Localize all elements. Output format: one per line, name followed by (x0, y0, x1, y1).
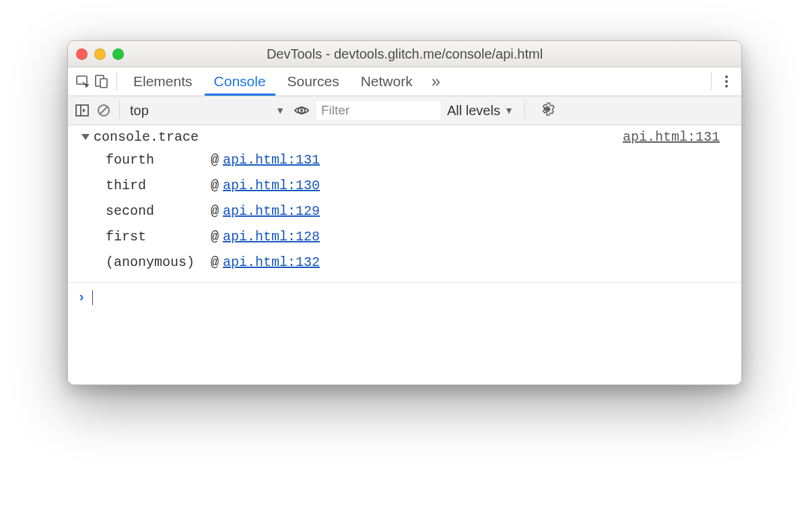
execution-context-selector[interactable]: top ▼ (128, 102, 287, 120)
svg-rect-0 (77, 76, 87, 84)
chevron-down-icon: ▼ (504, 105, 514, 116)
window-title: DevTools - devtools.glitch.me/console/ap… (68, 46, 741, 62)
console-prompt[interactable]: › (68, 282, 741, 312)
text-cursor (92, 290, 93, 305)
stack-frame-function: first (106, 224, 207, 250)
stack-frame: first @ api.html:128 (106, 224, 741, 250)
tab-label: Elements (133, 73, 193, 90)
console-toolbar: top ▼ All levels ▼ (68, 96, 741, 125)
log-levels-label: All levels (447, 103, 500, 119)
svg-line-9 (100, 106, 108, 114)
devtools-window: DevTools - devtools.glitch.me/console/ap… (67, 40, 742, 385)
stack-frame-function: fourth (106, 147, 207, 173)
trace-source-link[interactable]: api.html:131 (623, 129, 733, 145)
tab-elements[interactable]: Elements (124, 67, 202, 96)
stack-frame-location-link[interactable]: api.html:129 (223, 199, 320, 224)
live-expression-icon[interactable] (294, 102, 310, 119)
stack-frame-function: second (106, 199, 207, 224)
more-tabs-button[interactable]: » (425, 72, 447, 91)
stack-trace: fourth @ api.html:131 third @ api.html:1… (68, 147, 741, 275)
stack-frame-function: third (106, 173, 207, 199)
close-window-button[interactable] (76, 48, 88, 60)
stack-frame: second @ api.html:129 (106, 199, 741, 224)
console-settings-icon[interactable] (536, 102, 559, 120)
stack-frame-function: (anonymous) (106, 250, 207, 275)
trace-label: console.trace (94, 129, 199, 145)
log-levels-selector[interactable]: All levels ▼ (447, 103, 514, 119)
at-symbol: @ (211, 224, 219, 250)
zoom-window-button[interactable] (112, 48, 124, 60)
prompt-caret-icon: › (77, 290, 86, 305)
at-symbol: @ (211, 147, 219, 173)
inspect-element-icon[interactable] (75, 73, 91, 90)
clear-console-icon[interactable] (96, 103, 111, 118)
at-symbol: @ (211, 173, 219, 199)
svg-point-12 (545, 107, 549, 111)
disclosure-triangle-icon[interactable] (81, 134, 90, 140)
tab-label: Console (214, 73, 266, 90)
toolbar-divider (525, 102, 525, 119)
toolbar-divider (119, 102, 120, 119)
stack-frame-location-link[interactable]: api.html:131 (223, 147, 320, 173)
execution-context-value: top (130, 103, 149, 119)
svg-rect-2 (100, 79, 107, 88)
console-filter-input[interactable] (316, 101, 440, 120)
svg-point-3 (725, 75, 728, 78)
kebab-menu-button[interactable] (718, 73, 735, 90)
window-traffic-lights (76, 48, 124, 60)
tab-console[interactable]: Console (205, 67, 275, 96)
svg-point-4 (725, 80, 728, 83)
svg-point-11 (300, 109, 303, 112)
stack-frame-location-link[interactable]: api.html:128 (223, 224, 320, 250)
stack-frame: fourth @ api.html:131 (106, 147, 741, 173)
tab-network[interactable]: Network (351, 67, 422, 96)
stack-frame: third @ api.html:130 (106, 173, 741, 199)
minimize-window-button[interactable] (94, 48, 106, 60)
tab-label: Sources (287, 73, 339, 90)
toolbar-divider (116, 73, 117, 90)
devtools-tab-strip: Elements Console Sources Network » (68, 67, 741, 96)
trace-group-header[interactable]: console.trace api.html:131 (68, 125, 741, 147)
chevron-down-icon: ▼ (275, 105, 285, 116)
window-titlebar: DevTools - devtools.glitch.me/console/ap… (68, 41, 741, 67)
svg-rect-6 (76, 105, 88, 116)
console-output: console.trace api.html:131 fourth @ api.… (68, 125, 741, 384)
at-symbol: @ (211, 199, 219, 224)
stack-frame: (anonymous) @ api.html:132 (106, 250, 741, 275)
at-symbol: @ (211, 250, 219, 275)
tab-sources[interactable]: Sources (278, 67, 349, 96)
svg-point-5 (725, 85, 728, 88)
console-sidebar-toggle-icon[interactable] (75, 103, 90, 118)
tab-label: Network (361, 73, 413, 90)
toggle-device-toolbar-icon[interactable] (94, 73, 110, 90)
stack-frame-location-link[interactable]: api.html:130 (223, 173, 320, 199)
toolbar-divider (711, 73, 712, 90)
stack-frame-location-link[interactable]: api.html:132 (223, 250, 320, 275)
